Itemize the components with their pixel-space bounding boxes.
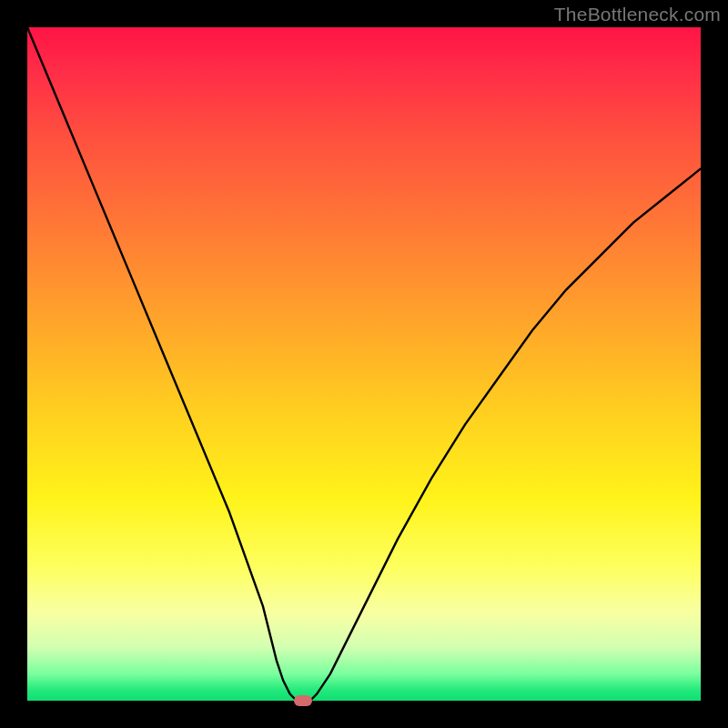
bottleneck-curve	[27, 27, 701, 701]
chart-frame: TheBottleneck.com	[0, 0, 728, 728]
minimum-marker	[294, 695, 312, 706]
watermark-text: TheBottleneck.com	[554, 4, 721, 25]
chart-plot-area	[27, 27, 701, 701]
